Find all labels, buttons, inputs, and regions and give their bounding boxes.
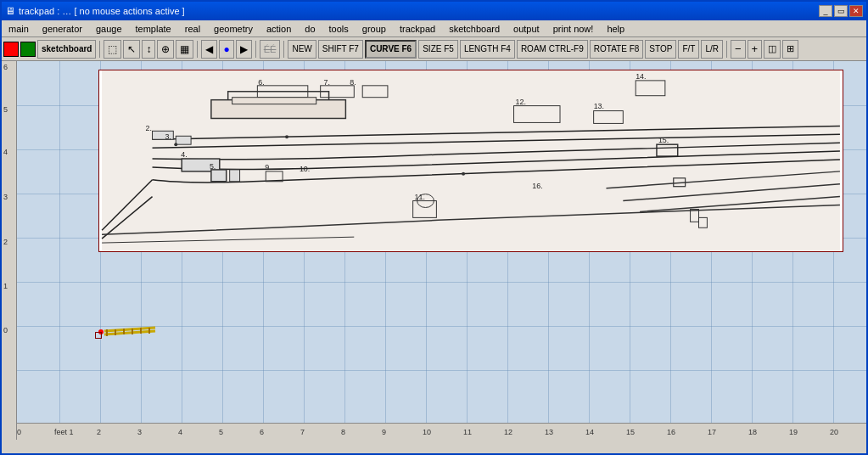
rotate-f8-button[interactable]: ROTATE F8 (590, 40, 644, 59)
sep5 (726, 41, 727, 58)
main-canvas[interactable]: 6. 7. 8. 12. 13. 14. 15. 2. 3. 4. 5. 9. … (17, 61, 868, 440)
select-rect-button[interactable]: ⬚ (104, 40, 121, 59)
x-label-12: 12 (504, 428, 512, 436)
svg-text:12.: 12. (516, 98, 526, 106)
svg-text:16.: 16. (532, 182, 542, 190)
svg-text:3.: 3. (165, 132, 171, 141)
back-button[interactable]: ◀ (201, 40, 217, 59)
grid-button[interactable]: ▦ (176, 40, 193, 59)
svg-text:6.: 6. (258, 78, 264, 87)
roam-ctrlf9-button[interactable]: ROAM CTRL-F9 (517, 40, 588, 59)
stamp-button[interactable]: ⊕ (157, 40, 174, 59)
svg-point-41 (285, 135, 288, 138)
length-f4-button[interactable]: LENGTH F4 (460, 40, 515, 59)
y-label-1: 1 (3, 282, 8, 290)
gold-track-svg (100, 323, 160, 340)
zoom-in-button[interactable]: + (748, 40, 763, 59)
x-label-6: 6 (260, 428, 264, 436)
x-label-feet1: feet 1 (54, 428, 74, 436)
y-label-0: 0 (3, 326, 8, 334)
menubar: main generator gauge template real geome… (2, 20, 866, 37)
restore-button[interactable]: ▭ (834, 5, 848, 17)
shift-f7-button[interactable]: SHIFT F7 (318, 40, 363, 59)
y-label-4: 4 (3, 148, 8, 156)
menu-action[interactable]: action (263, 23, 294, 35)
origin-square (95, 332, 102, 339)
svg-point-40 (174, 143, 177, 146)
expand-button[interactable]: ⊞ (782, 40, 798, 59)
size-f5-button[interactable]: SIZE F5 (418, 40, 458, 59)
fit-button[interactable]: ◫ (764, 40, 781, 59)
x-label-10: 10 (423, 428, 431, 436)
move-button[interactable]: ↕ (142, 40, 155, 59)
x-label-4: 4 (178, 428, 182, 436)
titlebar-text: trackpad : … [ no mouse actions active ] (19, 6, 185, 16)
sketchboard-button[interactable]: sketchboard (37, 40, 96, 59)
svg-text:14.: 14. (636, 72, 646, 81)
stop-button[interactable]: STOP (645, 40, 676, 59)
x-label-19: 19 (789, 428, 798, 436)
titlebar-left: 🖥 trackpad : … [ no mouse actions active… (5, 5, 185, 17)
svg-rect-16 (211, 170, 227, 182)
menu-real[interactable]: real (182, 23, 204, 35)
menu-generator[interactable]: generator (39, 23, 86, 35)
x-label-16: 16 (667, 428, 675, 436)
ee-button[interactable]: ÉÉ (260, 40, 281, 59)
svg-text:8.: 8. (350, 78, 356, 87)
x-label-11: 11 (463, 428, 472, 436)
titlebar-controls: _ ▭ ✕ (819, 5, 863, 17)
svg-text:5.: 5. (210, 162, 216, 171)
curve-f6-button[interactable]: CURVE F6 (365, 40, 417, 59)
x-label-2: 2 (97, 428, 101, 436)
menu-group[interactable]: group (359, 23, 389, 35)
svg-rect-17 (230, 170, 240, 182)
y-label-5: 5 (3, 105, 8, 114)
new-button[interactable]: NEW (288, 40, 316, 59)
menu-sketchboard[interactable]: sketchboard (445, 23, 503, 35)
menu-output[interactable]: output (510, 23, 543, 35)
ft-button[interactable]: F/T (678, 40, 699, 59)
app-icon: 🖥 (5, 5, 15, 17)
grid-h-7 (17, 370, 868, 371)
sep2 (197, 41, 198, 58)
menu-main[interactable]: main (5, 23, 32, 35)
menu-geometry[interactable]: geometry (210, 23, 256, 35)
menu-template[interactable]: template (132, 23, 175, 35)
svg-text:10.: 10. (300, 165, 310, 173)
x-label-7: 7 (300, 428, 305, 436)
x-label-8: 8 (341, 428, 345, 436)
menu-tools[interactable]: tools (326, 23, 352, 35)
x-ruler: 0 feet 1 2 3 4 5 6 7 8 9 10 11 12 13 14 … (17, 423, 868, 440)
svg-text:9.: 9. (265, 163, 271, 171)
red-indicator[interactable] (3, 42, 19, 57)
y-label-3: 3 (3, 193, 8, 201)
forward-button[interactable]: ▶ (236, 40, 252, 59)
x-label-14: 14 (585, 428, 594, 436)
svg-text:7.: 7. (324, 78, 330, 87)
svg-rect-14 (176, 136, 191, 144)
menu-trackpad[interactable]: trackpad (396, 23, 439, 35)
x-label-15: 15 (626, 428, 635, 436)
menu-print[interactable]: print now! (550, 23, 597, 35)
y-ruler: 6 5 4 3 2 1 0 (2, 61, 17, 440)
menu-gauge[interactable]: gauge (92, 23, 126, 35)
menu-do[interactable]: do (301, 23, 318, 35)
color-indicator[interactable] (20, 42, 36, 57)
cursor-button[interactable]: ↖ (123, 40, 140, 59)
toolbar: sketchboard ⬚ ↖ ↕ ⊕ ▦ ◀ ● ▶ ÉÉ NEW SHIFT… (2, 37, 866, 61)
zoom-out-button[interactable]: − (731, 40, 746, 59)
svg-text:11.: 11. (415, 193, 425, 201)
circle-button[interactable]: ● (219, 40, 233, 59)
x-label-9: 9 (382, 428, 386, 436)
minimize-button[interactable]: _ (819, 5, 832, 17)
svg-text:4.: 4. (181, 150, 187, 159)
x-label-3: 3 (137, 428, 142, 436)
y-label-2: 2 (3, 238, 8, 246)
svg-text:15.: 15. (658, 136, 669, 144)
svg-text:2.: 2. (146, 124, 152, 132)
menu-help[interactable]: help (603, 23, 628, 35)
close-button[interactable]: ✕ (849, 5, 863, 17)
lr-button[interactable]: L/R (701, 40, 723, 59)
canvas-area[interactable]: 6 5 4 3 2 1 0 (2, 61, 868, 440)
grid-v-1 (59, 61, 60, 440)
